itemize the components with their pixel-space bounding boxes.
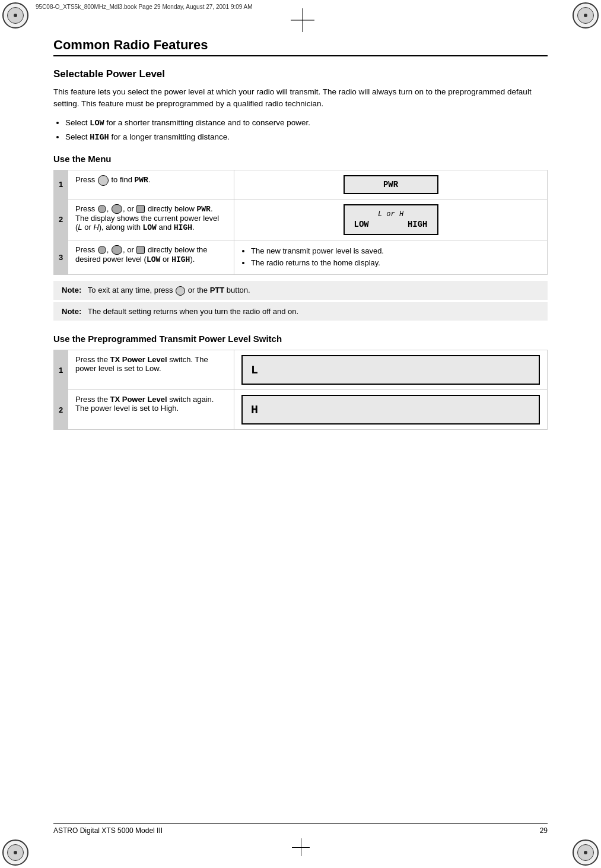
bullet-bold-high: HIGH <box>90 133 109 142</box>
lcd-H-text: H <box>251 403 258 417</box>
tx-power-label-1: TX Power Level <box>110 355 167 364</box>
low-ref-3: LOW <box>147 255 160 264</box>
table-row-3: 3 Press , , or directly below the desire… <box>54 240 548 275</box>
spl-bullet-list: Select LOW for a shorter transmitting di… <box>65 116 548 144</box>
result-bullet-1: The new transmit power level is saved. <box>251 245 540 258</box>
subsection-heading-preprog: Use the Preprogrammed Transmit Power Lev… <box>53 334 548 344</box>
btn-dots-icon <box>112 204 122 214</box>
preprog-step-num-1: 1 <box>54 350 68 390</box>
page-container: 95C08-O_XTS5k_800MHz_Mdl3.book Page 29 M… <box>0 0 601 868</box>
preprog-step-num-2: 2 <box>54 390 68 430</box>
btn-up-icon <box>136 205 145 213</box>
step-text-2: Press , , or directly below PWR. The dis… <box>68 199 234 240</box>
tx-power-label-2: TX Power Level <box>110 395 167 404</box>
result-bullet-2: The radio returns to the home display. <box>251 257 540 270</box>
footer-right: 29 <box>540 826 548 835</box>
lcd-top-text: L or H <box>354 210 428 218</box>
pwr-label-1: PWR <box>134 176 148 185</box>
high-ref-3: HIGH <box>171 255 190 264</box>
preprog-step-display-1: L <box>234 350 548 390</box>
note-label-2: Note: <box>62 307 81 316</box>
home-btn-icon <box>176 286 185 296</box>
main-content: Common Radio Features Selectable Power L… <box>0 20 601 471</box>
step-num-2: 2 <box>54 199 68 240</box>
step-text-1: Press to find PWR. <box>68 170 234 199</box>
menu-instruction-table: 1 Press to find PWR. PWR 2 <box>53 170 548 275</box>
note-text-2: The default setting returns when you tur… <box>88 307 298 316</box>
lcd-low-text: LOW <box>354 220 369 229</box>
step-num-3: 3 <box>54 240 68 275</box>
preprog-step-display-2: H <box>234 390 548 430</box>
bullet-item-2: Select HIGH for a longer transmitting di… <box>65 131 548 144</box>
note-box-2: Note: The default setting returns when y… <box>53 302 548 321</box>
spl-body-text: This feature lets you select the power l… <box>53 86 548 110</box>
lcd-bottom-row: LOW HIGH <box>354 220 428 229</box>
table-row-2: 2 Press , , or directly below PWR. The d… <box>54 199 548 240</box>
bottom-center-crosshair <box>292 838 310 856</box>
low-ref-2: LOW <box>142 223 156 232</box>
btn-dot-icon <box>98 205 106 213</box>
lcd-pwr-text: PWR <box>383 180 398 189</box>
btn-up-icon-3c <box>136 246 145 254</box>
corner-decoration-bl <box>2 840 28 866</box>
step-text-3: Press , , or directly below the desired … <box>68 240 234 275</box>
btn-dots-icon-3b <box>112 245 122 255</box>
table-row-1: 1 Press to find PWR. PWR <box>54 170 548 199</box>
step-display-2: L or H LOW HIGH <box>234 199 548 240</box>
step-num-1: 1 <box>54 170 68 199</box>
file-info-text: 95C08-O_XTS5k_800MHz_Mdl3.book Page 29 M… <box>36 4 253 10</box>
lcd-L: L <box>241 355 540 385</box>
preprog-row-1: 1 Press the TX Power Level switch. The p… <box>54 350 548 390</box>
corner-decoration-tl <box>2 2 28 28</box>
lcd-display-lor-h: L or H LOW HIGH <box>344 204 438 235</box>
high-ref-2: HIGH <box>174 223 192 232</box>
lcd-display-pwr: PWR <box>344 175 438 194</box>
ptt-label: PTT <box>210 286 225 294</box>
note-box-1: Note: To exit at any time, press or the … <box>53 281 548 300</box>
lcd-H: H <box>241 395 540 425</box>
bullet-bold-low: LOW <box>90 119 104 128</box>
step-result-3: The new transmit power level is saved. T… <box>234 240 548 275</box>
subsection-heading-menu: Use the Menu <box>53 154 548 164</box>
top-center-crosshair <box>291 8 314 32</box>
pwr-ref: PWR <box>196 205 210 214</box>
step-display-1: PWR <box>234 170 548 199</box>
corner-decoration-br <box>573 840 599 866</box>
corner-decoration-tr <box>573 2 599 28</box>
preprog-step-text-1: Press the TX Power Level switch. The pow… <box>68 350 234 390</box>
btn-dot-icon-3a <box>98 246 106 254</box>
preprog-instruction-table: 1 Press the TX Power Level switch. The p… <box>53 350 548 430</box>
menu-button-icon <box>98 175 109 186</box>
title-underline <box>53 55 548 56</box>
preprog-row-2: 2 Press the TX Power Level switch again.… <box>54 390 548 430</box>
lcd-L-text: L <box>251 363 258 377</box>
footer-left: ASTRO Digital XTS 5000 Model III <box>53 826 163 835</box>
page-title: Common Radio Features <box>53 37 548 53</box>
note-label-1: Note: <box>62 286 81 294</box>
lcd-high-text: HIGH <box>408 220 428 229</box>
preprog-step-text-2: Press the TX Power Level switch again. T… <box>68 390 234 430</box>
page-footer: ASTRO Digital XTS 5000 Model III 29 <box>53 823 548 835</box>
section-heading-spl: Selectable Power Level <box>53 68 548 80</box>
bullet-item-1: Select LOW for a shorter transmitting di… <box>65 116 548 130</box>
